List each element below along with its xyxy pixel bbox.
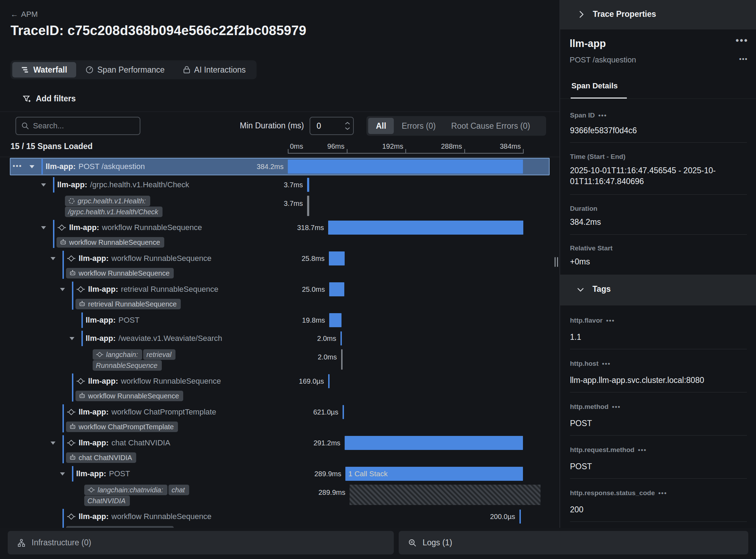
stepper[interactable] — [345, 122, 350, 130]
stepper-down-icon — [345, 127, 350, 130]
chip-label: langchain: — [106, 351, 138, 359]
span-bar[interactable] — [288, 160, 523, 174]
operation-chip[interactable]: workflow RunnableSequence — [66, 268, 174, 278]
chip-label: ChatNVIDIA — [87, 497, 126, 505]
tab-waterfall[interactable]: Waterfall — [12, 62, 76, 78]
service-menu-icon[interactable]: ••• — [736, 35, 748, 46]
span-service: llm-app: — [79, 408, 109, 417]
chevron-down-icon[interactable] — [51, 442, 55, 445]
tag-menu-icon[interactable]: ••• — [602, 360, 611, 368]
span-bar[interactable] — [340, 331, 342, 345]
span-bar[interactable] — [341, 349, 343, 370]
span-row-resource[interactable]: langchain:chatnvidia:chatChatNVIDIA289.9… — [0, 483, 559, 507]
tag-menu-icon[interactable]: ••• — [612, 403, 621, 411]
tag-menu-icon[interactable]: ••• — [658, 490, 667, 497]
panel-resize-handle[interactable] — [555, 257, 558, 267]
span-bar[interactable] — [329, 251, 345, 265]
filter-root-cause-errors-0-[interactable]: Root Cause Errors (0) — [444, 118, 538, 134]
resource-chip[interactable]: RunnableSequence — [93, 360, 162, 371]
divider — [0, 157, 559, 157]
chip-label: chat — [172, 486, 185, 494]
filter-errors-0-[interactable]: Errors (0) — [394, 118, 443, 134]
operation-chip[interactable]: workflow RunnableSequence — [57, 237, 164, 248]
collapse-panel-icon[interactable] — [577, 10, 586, 19]
back-link[interactable]: ← APM — [11, 10, 38, 19]
tab-span-performance[interactable]: Span Performance — [76, 62, 174, 78]
span-bar[interactable] — [328, 221, 523, 235]
span-duration: 289.9ms — [314, 465, 341, 483]
span-bar[interactable] — [345, 436, 523, 450]
span-row[interactable]: llm-app:workflow RunnableSequence318.7ms… — [0, 219, 559, 249]
robot-icon — [79, 301, 86, 308]
divider — [570, 234, 747, 235]
chevron-down-icon[interactable] — [60, 288, 65, 291]
span-bar[interactable] — [519, 510, 521, 524]
tag-menu-icon[interactable]: ••• — [606, 317, 615, 324]
span-bar[interactable]: 1 Call Stack — [345, 467, 523, 481]
add-filters-button[interactable]: Add filters — [22, 94, 76, 103]
span-row-resource[interactable]: langchain:retrievalRunnableSequence2.0ms — [0, 348, 559, 372]
search-input[interactable]: Search... — [15, 117, 140, 135]
span-bar[interactable] — [329, 313, 341, 327]
min-duration-input[interactable]: 0 — [310, 117, 354, 135]
operation-chip[interactable]: chat ChatNVIDIA — [66, 452, 136, 463]
operation-chip[interactable]: retrieval RunnableSequence — [75, 299, 181, 309]
filter-all[interactable]: All — [368, 118, 394, 134]
chevron-down-icon[interactable] — [69, 337, 74, 340]
resource-name: POST /askquestion — [570, 55, 636, 65]
resource-chip[interactable]: /grpc.health.v1.Health/Check — [65, 207, 163, 217]
span-row[interactable]: llm-app:workflow ChatPromptTemplate621.0… — [0, 403, 559, 434]
span-row[interactable]: llm-app:/grpc.health.v1.Health/Check3.7m… — [0, 176, 559, 194]
resource-chip[interactable]: retrieval — [143, 349, 175, 360]
span-bar[interactable] — [350, 485, 541, 505]
stepper-up-icon — [345, 122, 350, 125]
span-row[interactable]: •••llm-app:POST /askquestion384.2ms — [0, 158, 559, 176]
back-arrow-icon: ← — [11, 10, 18, 19]
span-row[interactable]: llm-app:POST289.9ms1 Call Stack — [0, 465, 559, 483]
span-row[interactable]: llm-app:POST19.8ms — [0, 311, 559, 329]
operation-chip[interactable]: workflow ChatPromptTemplate — [66, 422, 178, 432]
chevron-down-icon[interactable] — [51, 257, 55, 260]
span-row[interactable]: llm-app:workflow RunnableSequence169.0µs… — [0, 372, 559, 403]
field-label: Duration — [570, 205, 597, 213]
span-name: workflow ChatPromptTemplate — [112, 408, 216, 417]
span-row[interactable]: llm-app:retrieval RunnableSequence25.0ms… — [0, 281, 559, 311]
resource-chip[interactable]: ChatNVIDIA — [84, 496, 130, 506]
logs-button[interactable]: Logs (1) — [399, 531, 748, 554]
call-stack-badge[interactable]: 1 Call Stack — [345, 467, 523, 481]
resource-chip[interactable]: langchain: — [93, 349, 142, 360]
field-menu-icon[interactable]: ••• — [598, 112, 607, 119]
span-row[interactable]: llm-app:chat ChatNVIDIA291.2mschat ChatN… — [0, 434, 559, 465]
operation-chip[interactable]: workflow RunnableSequence — [75, 391, 183, 401]
chip-label: /grpc.health.v1.Health/Check — [68, 208, 158, 216]
span-row-resource[interactable]: grpc.health.v1.Health:/grpc.health.v1.He… — [0, 194, 559, 218]
span-bar[interactable] — [307, 178, 309, 192]
chevron-down-icon[interactable] — [60, 472, 65, 476]
span-bar[interactable] — [328, 374, 330, 388]
span-row[interactable]: llm-app:workflow RunnableSequence25.8msw… — [0, 250, 559, 280]
resource-chip[interactable]: grpc.health.v1.Health: — [65, 196, 150, 206]
chevron-down-icon[interactable] — [41, 226, 46, 229]
span-row[interactable]: llm-app:workflow RunnableSequence200.0µs… — [0, 508, 559, 528]
span-bar[interactable] — [307, 196, 309, 216]
tab-span-details[interactable]: Span Details — [571, 81, 618, 90]
robot-icon — [69, 423, 76, 430]
chevron-down-icon[interactable] — [29, 165, 34, 168]
resource-chip[interactable]: chat — [168, 485, 189, 495]
span-row[interactable]: llm-app:/weaviate.v1.Weaviate/Search2.0m… — [0, 330, 559, 348]
tags-section-header[interactable]: Tags — [560, 275, 756, 305]
resource-chip[interactable]: langchain:chatnvidia: — [84, 485, 167, 495]
tab-ai-interactions[interactable]: AI Interactions — [174, 62, 255, 78]
span-service: llm-app: — [86, 334, 116, 343]
service-name: llm-app — [570, 38, 606, 49]
row-menu-icon[interactable]: ••• — [13, 162, 22, 170]
chevron-down-icon[interactable] — [41, 183, 46, 187]
field-label: Relative Start — [570, 244, 612, 252]
tag-menu-icon[interactable]: ••• — [638, 446, 647, 454]
resource-menu-icon[interactable]: ••• — [739, 55, 748, 63]
chip-label: workflow RunnableSequence — [79, 269, 170, 277]
span-bar[interactable] — [329, 282, 345, 296]
span-bar[interactable] — [343, 405, 344, 419]
infrastructure-button[interactable]: Infrastructure (0) — [8, 531, 394, 554]
span-duration: 291.2ms — [313, 434, 340, 452]
